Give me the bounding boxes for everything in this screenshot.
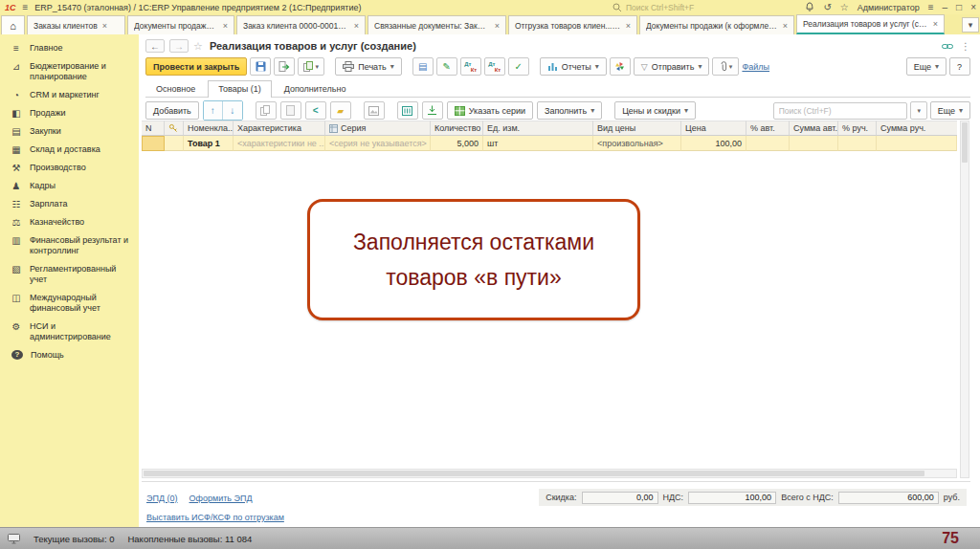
sidebar-item-help[interactable]: ?Помощь	[0, 346, 139, 364]
tab-goods-sale-new[interactable]: Реализация товаров и услуг (созда...×	[796, 14, 945, 34]
home-tab[interactable]: ⌂	[1, 15, 25, 34]
accounting-entries-alt-button[interactable]: ДтКт	[484, 57, 505, 76]
barcode-scan-button[interactable]	[397, 101, 418, 120]
horizontal-scrollbar-thumb[interactable]	[144, 471, 924, 476]
close-tab-icon[interactable]: ×	[223, 21, 228, 31]
prices-discounts-button[interactable]: Цены и скидки▾	[614, 101, 696, 120]
global-search-field[interactable]	[626, 3, 798, 12]
business-process-button[interactable]	[610, 57, 631, 76]
create-epd-link[interactable]: Оформить ЭПД	[189, 494, 253, 503]
subordination-structure-button[interactable]: ▤	[412, 57, 434, 76]
tab-list-dropdown-button[interactable]: ▾	[962, 17, 979, 33]
accounting-entries-button[interactable]: ДтКт	[460, 57, 481, 76]
sidebar-item-crm[interactable]: ◔CRM и маркетинг	[0, 86, 139, 104]
picture-button[interactable]	[364, 101, 385, 120]
tab-goods-shipment[interactable]: Отгрузка товаров клиен... 0000-000136×	[508, 15, 637, 34]
close-tab-icon[interactable]: ×	[783, 21, 788, 31]
sidebar-item-finance-result[interactable]: ▥Финансовый результат и контроллинг	[0, 231, 139, 260]
main-menu-icon[interactable]: ≡	[23, 2, 29, 12]
sidebar-item-purchases[interactable]: ▤Закупки	[0, 122, 139, 141]
notifications-bell-icon[interactable]	[805, 2, 814, 12]
performance-monitor-icon[interactable]	[8, 534, 20, 544]
sidebar-item-sales[interactable]: ◧Продажи	[0, 104, 139, 122]
tab-related-docs[interactable]: Связанные документы: Заказ клиен...×	[368, 15, 506, 34]
share-button[interactable]: <	[305, 101, 326, 120]
sidebar-item-budgeting[interactable]: ⊿Бюджетирование и планирование	[0, 57, 139, 86]
tab-orders[interactable]: Заказы клиентов×	[27, 15, 125, 34]
copy-row-button[interactable]	[256, 101, 277, 120]
sidebar-item-regulated-accounting[interactable]: ▧Регламентированный учет	[0, 260, 139, 289]
col-key[interactable]	[165, 121, 184, 136]
post-document-button[interactable]	[274, 57, 295, 76]
create-based-on-button[interactable]: ▾	[298, 57, 324, 76]
load-from-file-button[interactable]	[422, 101, 443, 120]
col-sum-auto[interactable]: Сумма авт.	[790, 121, 838, 136]
close-tab-icon[interactable]: ×	[495, 21, 500, 31]
global-search-input[interactable]	[612, 1, 828, 13]
sign-button[interactable]: ✎	[436, 57, 457, 76]
table-row[interactable]: Товар 1 <характеристики не ... <серия не…	[142, 136, 957, 151]
service-menu-icon[interactable]: ≡	[928, 3, 934, 12]
get-link-icon[interactable]	[942, 41, 953, 52]
more-button[interactable]: Еще▾	[906, 57, 947, 76]
row-marker-cell[interactable]	[142, 136, 165, 151]
tab-sales-docs-pending[interactable]: Документы продажи (к оформлению)×	[639, 15, 794, 34]
row-key-cell[interactable]	[165, 136, 184, 151]
maximize-button[interactable]: □	[956, 2, 962, 12]
favorites-star-icon[interactable]: ☆	[840, 3, 849, 12]
col-sum-manual[interactable]: Сумма руч.	[877, 121, 957, 136]
sidebar-item-warehouse[interactable]: ▦Склад и доставка	[0, 141, 139, 159]
cell-sum-auto[interactable]	[790, 136, 838, 151]
cell-characteristic[interactable]: <характеристики не ...	[234, 136, 325, 151]
files-link[interactable]: Файлы	[742, 62, 769, 72]
col-series[interactable]: Серия	[325, 121, 431, 136]
print-button[interactable]: Печать▾	[335, 57, 402, 76]
col-pct-auto[interactable]: % авт.	[746, 121, 790, 136]
grid-search-input[interactable]	[773, 102, 907, 120]
sidebar-item-main[interactable]: ≡Главное	[0, 39, 139, 57]
delete-row-button[interactable]	[280, 101, 301, 120]
cell-unit[interactable]: шт	[483, 136, 593, 151]
cell-pct-auto[interactable]	[746, 136, 790, 151]
close-tab-icon[interactable]: ×	[933, 19, 938, 29]
attachments-button[interactable]: ▾	[712, 57, 739, 76]
reports-button[interactable]: Отчеты▾	[540, 57, 607, 76]
save-button[interactable]	[250, 57, 271, 76]
col-pct-manual[interactable]: % руч.	[838, 121, 877, 136]
help-button[interactable]: ?	[949, 57, 970, 76]
col-n[interactable]: N	[142, 121, 165, 136]
move-down-button[interactable]: ↓	[223, 101, 242, 120]
vertical-scrollbar[interactable]	[960, 121, 969, 478]
epd-link[interactable]: ЭПД (0)	[146, 494, 178, 503]
tab-main-section[interactable]: Основное	[145, 80, 206, 97]
check-button[interactable]: ✓	[508, 57, 529, 76]
back-button[interactable]: ←	[145, 39, 165, 53]
sidebar-item-ifrs[interactable]: ◫Международный финансовый учет	[0, 289, 139, 318]
sidebar-item-treasury[interactable]: ⚖Казначейство	[0, 213, 139, 231]
history-icon[interactable]: ↺	[823, 3, 831, 12]
post-and-close-button[interactable]: Провести и закрыть	[145, 57, 247, 76]
favorite-star-icon[interactable]: ☆	[193, 40, 203, 53]
sidebar-item-hr[interactable]: ♟Кадры	[0, 177, 139, 195]
col-price-type[interactable]: Вид цены	[593, 121, 681, 136]
grid-more-button[interactable]: Еще▾	[930, 101, 970, 120]
cell-price[interactable]: 100,00	[681, 136, 746, 151]
specify-series-button[interactable]: Указать серии	[447, 101, 533, 120]
search-options-button[interactable]: ▾	[910, 101, 927, 120]
user-name[interactable]: Администратор	[858, 3, 920, 12]
forward-button[interactable]: →	[169, 39, 189, 53]
cell-series[interactable]: <серия не указывается>	[325, 136, 431, 151]
more-menu-icon[interactable]: ⋮	[961, 41, 970, 52]
cell-price-type[interactable]: <произвольная>	[593, 136, 681, 151]
fill-button[interactable]: Заполнить▾	[537, 101, 602, 120]
col-characteristic[interactable]: Характеристика	[234, 121, 325, 136]
cell-quantity[interactable]: 5,000	[431, 136, 483, 151]
close-tab-icon[interactable]: ×	[102, 21, 107, 31]
sidebar-item-production[interactable]: ⚒Производство	[0, 159, 139, 177]
cell-pct-manual[interactable]	[838, 136, 877, 151]
tab-additional[interactable]: Дополнительно	[274, 80, 357, 97]
cell-nomenclature[interactable]: Товар 1	[184, 136, 234, 151]
col-price[interactable]: Цена	[681, 121, 746, 136]
minimize-button[interactable]: –	[943, 2, 948, 12]
add-row-button[interactable]: Добавить	[145, 101, 199, 120]
